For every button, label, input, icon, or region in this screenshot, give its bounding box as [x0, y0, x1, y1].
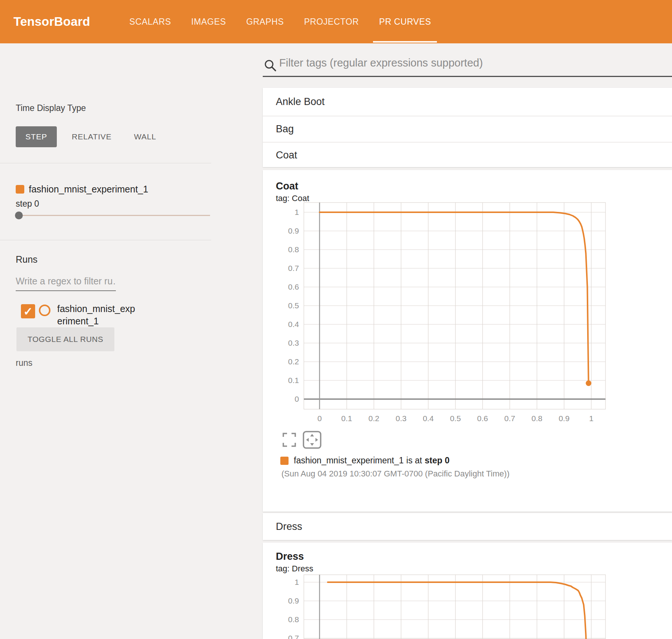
tag-section-bag[interactable]: Bag: [263, 116, 672, 142]
main-content: Ankle Boot Bag Coat Coat tag: Coat 00.10…: [263, 43, 672, 639]
step-slider-track[interactable]: [16, 215, 210, 216]
run-item-label: fashion_mnist_experiment_1: [57, 303, 138, 327]
time-display-toggle-group: STEP RELATIVE WALL: [16, 126, 164, 147]
fullscreen-icon[interactable]: [283, 432, 296, 447]
svg-text:0.8: 0.8: [288, 245, 299, 254]
svg-text:0.3: 0.3: [288, 339, 299, 347]
run-radio-button[interactable]: [39, 305, 50, 316]
time-display-type-label: Time Display Type: [16, 103, 86, 113]
sidebar: Time Display Type STEP RELATIVE WALL fas…: [0, 43, 263, 639]
svg-text:0.4: 0.4: [423, 414, 434, 423]
svg-text:0.8: 0.8: [288, 615, 299, 624]
legend-status-text: is at: [406, 456, 422, 466]
svg-text:0.3: 0.3: [395, 414, 406, 423]
relative-button[interactable]: RELATIVE: [64, 127, 119, 146]
tag-filter-input[interactable]: [279, 57, 668, 69]
chart-toolbar: [283, 431, 321, 449]
tag-section-dress[interactable]: Dress: [263, 513, 672, 540]
svg-text:1: 1: [295, 208, 299, 216]
app-title: TensorBoard: [13, 0, 90, 43]
divider: [0, 240, 211, 240]
step-slider-thumb[interactable]: [15, 212, 23, 219]
top-nav: SCALARS IMAGES GRAPHS PROJECTOR PR CURVE…: [128, 0, 432, 43]
svg-text:0.9: 0.9: [288, 226, 299, 235]
step-slider[interactable]: [16, 211, 210, 220]
tag-section-list: Ankle Boot Bag Coat: [263, 88, 672, 167]
runs-footer-label: runs: [16, 358, 33, 368]
svg-text:0.5: 0.5: [450, 414, 461, 423]
svg-text:0.7: 0.7: [288, 634, 299, 639]
svg-text:0.7: 0.7: [288, 264, 299, 272]
tag-filter-underline: [263, 76, 672, 77]
svg-text:0.6: 0.6: [477, 414, 488, 423]
svg-text:0.6: 0.6: [288, 283, 299, 291]
tag-filter-row: [263, 43, 672, 77]
legend-color-swatch: [280, 457, 289, 465]
run-legend-name: fashion_mnist_experiment_1: [29, 184, 148, 195]
tab-projector[interactable]: PROJECTOR: [302, 0, 360, 43]
runs-section-title: Runs: [16, 254, 37, 265]
wall-button[interactable]: WALL: [126, 127, 164, 146]
svg-text:0: 0: [317, 414, 322, 423]
svg-text:0.1: 0.1: [288, 376, 299, 385]
step-button[interactable]: STEP: [16, 126, 57, 147]
svg-text:0.2: 0.2: [288, 357, 299, 366]
legend-step-value: step 0: [425, 456, 449, 466]
app-header: TensorBoard SCALARS IMAGES GRAPHS PROJEC…: [0, 0, 672, 43]
tag-section-coat[interactable]: Coat: [263, 142, 672, 168]
legend-run-name: fashion_mnist_experiment_1: [294, 456, 404, 466]
svg-text:0.1: 0.1: [341, 414, 352, 423]
search-icon: [264, 59, 277, 73]
svg-text:1: 1: [295, 578, 299, 586]
tag-section-dress-card: Dress: [263, 513, 672, 540]
run-color-swatch: [16, 185, 24, 194]
run-checkbox[interactable]: ✓: [21, 304, 35, 318]
run-list-item: ✓ fashion_mnist_experiment_1: [21, 304, 138, 327]
run-legend-row: fashion_mnist_experiment_1: [16, 184, 148, 195]
divider: [0, 163, 211, 163]
chart-legend: fashion_mnist_experiment_1 is at step 0: [280, 456, 450, 466]
runs-regex-filter-input[interactable]: [16, 276, 116, 291]
toggle-all-runs-button[interactable]: TOGGLE ALL RUNS: [16, 327, 114, 351]
tab-graphs[interactable]: GRAPHS: [245, 0, 286, 43]
svg-text:0.8: 0.8: [531, 414, 542, 423]
pan-zoom-icon[interactable]: [303, 431, 321, 449]
tab-pr-curves[interactable]: PR CURVES: [377, 0, 432, 43]
svg-text:0.5: 0.5: [288, 301, 299, 310]
coat-chart-card: Coat tag: Coat 00.10.20.30.40.50.60.70.8…: [263, 170, 672, 512]
chart-timestamp: (Sun Aug 04 2019 10:30:07 GMT-0700 (Paci…: [281, 469, 509, 479]
svg-text:0.2: 0.2: [369, 414, 379, 423]
step-slider-label: step 0: [16, 199, 39, 209]
svg-text:0.7: 0.7: [504, 414, 515, 423]
svg-text:1: 1: [589, 414, 594, 423]
tag-section-ankle-boot[interactable]: Ankle Boot: [263, 88, 672, 116]
svg-text:0.9: 0.9: [288, 596, 299, 605]
dress-pr-curve-plot: 10.90.80.7: [263, 543, 672, 639]
svg-text:0: 0: [295, 395, 299, 403]
dress-chart-card: Dress tag: Dress 10.90.80.7: [263, 543, 672, 639]
svg-text:0.9: 0.9: [559, 414, 570, 423]
tab-images[interactable]: IMAGES: [190, 0, 228, 43]
svg-text:0.4: 0.4: [288, 320, 299, 328]
tab-scalars[interactable]: SCALARS: [128, 0, 173, 43]
